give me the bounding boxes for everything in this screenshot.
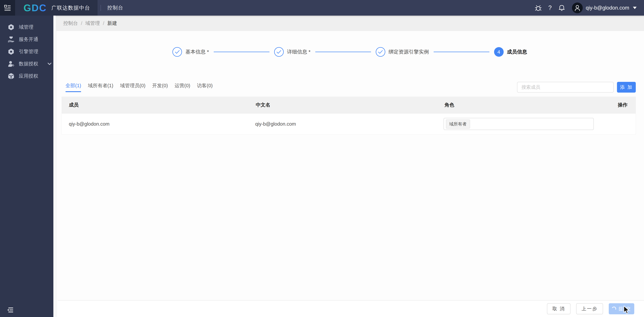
sidebar-item-domain-management[interactable]: 域管理: [0, 21, 54, 33]
tab-label: 域所有者(1): [88, 83, 113, 88]
user-menu-caret-icon[interactable]: [633, 7, 636, 9]
sidebar-item-data-authorization[interactable]: 数据授权: [0, 58, 54, 70]
cancel-button[interactable]: 取 消: [547, 303, 570, 314]
step-check-circle: [376, 47, 385, 57]
tab-label: 开发(0): [152, 83, 168, 88]
user-gear-icon: [8, 61, 14, 67]
step-bind-engine: 绑定资源引擎实例: [376, 47, 429, 57]
breadcrumb-separator: /: [81, 21, 82, 26]
cell-member: qiy-b@glodon.com: [62, 121, 255, 127]
step-label: 成员信息: [507, 48, 527, 55]
members-table: 成员 中文名 角色 操作 qiy-b@glodon.com qiy-b@glod…: [62, 97, 636, 134]
table-header-row: 成员 中文名 角色 操作: [62, 97, 636, 113]
header-role: 角色: [444, 102, 594, 108]
step-basic-info: 基本信息 *: [172, 47, 209, 57]
tab-domain-admin[interactable]: 域管理员(0): [120, 82, 146, 92]
cube-icon: [8, 73, 14, 79]
hexagon-nut-icon: [8, 24, 14, 30]
wizard-footer: 取 消 上一步 提 交: [58, 300, 644, 317]
step-connector: [434, 52, 490, 52]
previous-step-button[interactable]: 上一步: [576, 303, 603, 314]
step-member-info: 4 成员信息: [494, 47, 527, 57]
step-check-circle: [274, 47, 284, 57]
topbar: GDC 广联达数据中台 控制台 ? qiy-b@glodon.co: [0, 0, 644, 15]
topbar-divider: [100, 5, 101, 11]
product-name: 广联达数据中台: [51, 4, 90, 11]
bell-icon: [558, 4, 565, 11]
sidebar-item-service-activation[interactable]: 服务开通: [0, 33, 54, 45]
cell-role: 域所有者: [444, 118, 594, 130]
header-member: 成员: [62, 102, 256, 108]
loading-spinner-icon: [611, 306, 617, 312]
sidebar-item-label: 引擎管理: [19, 48, 38, 55]
step-number-circle: 4: [494, 47, 504, 57]
breadcrumb-domain-management[interactable]: 域管理: [85, 20, 100, 27]
fold-left-icon: [7, 307, 14, 313]
bug-report-button[interactable]: [532, 4, 544, 11]
step-label: 基本信息 *: [185, 48, 209, 55]
tab-all[interactable]: 全部(1): [66, 82, 81, 92]
tab-label: 域管理员(0): [120, 83, 146, 88]
submit-button[interactable]: 提 交: [609, 303, 634, 314]
sidebar-fold-button[interactable]: [7, 307, 14, 313]
chevron-down-icon: [48, 63, 51, 65]
sidebar: 域管理 服务开通 引擎管理: [0, 15, 54, 317]
step-connector: [214, 52, 270, 52]
sidebar-item-label: 应用授权: [19, 73, 38, 79]
bug-icon: [535, 4, 542, 11]
tab-guest[interactable]: 访客(0): [197, 82, 212, 92]
brand: GDC 广联达数据中台: [15, 0, 98, 15]
avatar[interactable]: [572, 2, 583, 13]
header-action: 操作: [594, 102, 636, 108]
header-chinese-name: 中文名: [256, 102, 444, 108]
help-button[interactable]: ?: [544, 4, 556, 11]
role-tag: 域所有者: [446, 119, 470, 129]
notifications-button[interactable]: [556, 4, 568, 11]
step-label: 绑定资源引擎实例: [389, 48, 429, 55]
step-label: 详细信息 *: [287, 48, 310, 55]
wizard-page: 基本信息 * 详细信息 * 绑定资源引擎实例: [56, 31, 644, 317]
tab-domain-owner[interactable]: 域所有者(1): [88, 82, 113, 92]
breadcrumb-current: 新建: [107, 20, 117, 27]
step-connector: [315, 52, 371, 52]
menu-collapse-icon: [4, 5, 11, 11]
sidebar-item-label: 服务开通: [19, 36, 38, 43]
sidebar-item-app-authorization[interactable]: 应用授权: [0, 70, 54, 82]
step-check-circle: [172, 47, 182, 57]
breadcrumb-separator: /: [103, 21, 104, 26]
tab-label: 访客(0): [197, 83, 212, 88]
sidebar-item-label: 数据授权: [19, 60, 38, 67]
check-icon: [276, 50, 281, 54]
tabs-toolbar-row: 全部(1) 域所有者(1) 域管理员(0) 开发(0) 运营(0) 访客(0): [56, 82, 644, 93]
breadcrumb-console[interactable]: 控制台: [63, 20, 78, 27]
user-icon: [574, 5, 580, 11]
tab-operations[interactable]: 运营(0): [174, 82, 190, 92]
main-content: 控制台 / 域管理 / 新建 基本信息 *: [54, 15, 644, 317]
hexagon-nut-icon: [8, 48, 14, 55]
gdc-logo: GDC: [24, 2, 47, 13]
table-row: qiy-b@glodon.com qiy-b@glodon.com 域所有者: [62, 113, 636, 134]
hand-heart-icon: [8, 36, 14, 43]
sidebar-item-engine-management[interactable]: 引擎管理: [0, 45, 54, 58]
user-email[interactable]: qiy-b@glodon.com: [586, 5, 629, 11]
tab-developer[interactable]: 开发(0): [152, 82, 168, 92]
breadcrumb: 控制台 / 域管理 / 新建: [56, 15, 644, 31]
console-nav-item[interactable]: 控制台: [107, 4, 124, 11]
cell-chinese-name: qiy-b@glodon.com: [255, 121, 444, 127]
add-member-button[interactable]: 添 加: [617, 82, 636, 93]
check-icon: [175, 50, 180, 54]
sidebar-item-label: 域管理: [19, 24, 34, 30]
question-mark-icon: ?: [548, 4, 552, 11]
active-tab-underline: [66, 91, 81, 92]
stepper: 基本信息 * 详细信息 * 绑定资源引擎实例: [56, 31, 644, 57]
tab-label: 运营(0): [174, 83, 190, 88]
role-select[interactable]: 域所有者: [444, 118, 594, 130]
check-icon: [378, 50, 383, 54]
submit-label: 提 交: [618, 306, 631, 312]
tab-label: 全部(1): [66, 83, 81, 88]
step-detail-info: 详细信息 *: [274, 47, 310, 57]
sidebar-toggle-button[interactable]: [0, 0, 15, 15]
search-member-input[interactable]: [517, 82, 614, 93]
